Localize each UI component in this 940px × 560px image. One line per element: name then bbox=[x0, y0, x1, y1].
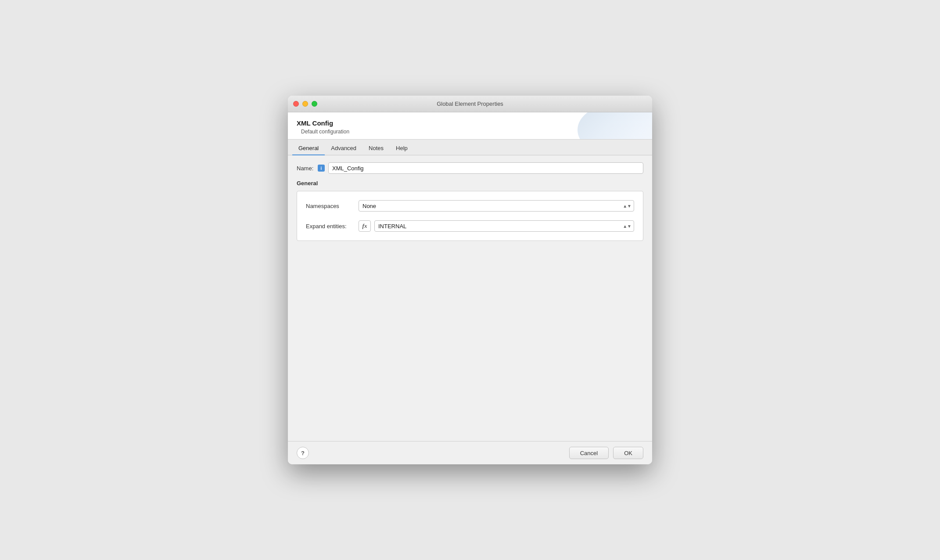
namespaces-label: Namespaces bbox=[306, 203, 359, 209]
name-row: Name: i bbox=[297, 162, 643, 174]
general-section-label: General bbox=[297, 180, 643, 187]
tab-general[interactable]: General bbox=[292, 142, 325, 155]
tab-notes[interactable]: Notes bbox=[362, 142, 390, 155]
window-title: Global Element Properties bbox=[437, 101, 503, 107]
footer-buttons: Cancel OK bbox=[569, 447, 643, 459]
help-button[interactable]: ? bbox=[297, 447, 309, 459]
maximize-button[interactable] bbox=[312, 101, 317, 107]
form-panel: Namespaces None ▲▼ Expand entities: fx I… bbox=[297, 191, 643, 241]
name-label: Name: bbox=[297, 165, 314, 172]
dialog-header: XML Config Default configuration bbox=[288, 112, 652, 140]
tab-help[interactable]: Help bbox=[390, 142, 414, 155]
namespaces-select-wrapper: None ▲▼ bbox=[359, 200, 634, 212]
tabs-bar: General Advanced Notes Help bbox=[288, 140, 652, 155]
dialog: Global Element Properties XML Config Def… bbox=[288, 96, 652, 464]
tab-advanced[interactable]: Advanced bbox=[325, 142, 362, 155]
cancel-button[interactable]: Cancel bbox=[569, 447, 609, 459]
expand-entities-row: Expand entities: fx INTERNAL ALL NONE ▲▼ bbox=[306, 220, 634, 232]
title-bar: Global Element Properties bbox=[288, 96, 652, 112]
namespaces-row: Namespaces None ▲▼ bbox=[306, 200, 634, 212]
expand-entities-select[interactable]: INTERNAL ALL NONE bbox=[374, 220, 634, 232]
fx-button[interactable]: fx bbox=[359, 220, 371, 232]
name-input[interactable] bbox=[328, 162, 643, 174]
close-button[interactable] bbox=[293, 101, 299, 107]
name-icon: i bbox=[318, 165, 325, 172]
namespaces-select[interactable]: None bbox=[359, 200, 634, 212]
header-decoration bbox=[578, 112, 652, 140]
minimize-button[interactable] bbox=[302, 101, 308, 107]
window-controls bbox=[293, 101, 317, 107]
expand-entities-label: Expand entities: bbox=[306, 223, 359, 230]
dialog-footer: ? Cancel OK bbox=[288, 441, 652, 464]
ok-button[interactable]: OK bbox=[613, 447, 643, 459]
dialog-body: Name: i General Namespaces None ▲▼ Expan… bbox=[288, 155, 652, 441]
expand-entities-select-wrapper: INTERNAL ALL NONE ▲▼ bbox=[374, 220, 634, 232]
